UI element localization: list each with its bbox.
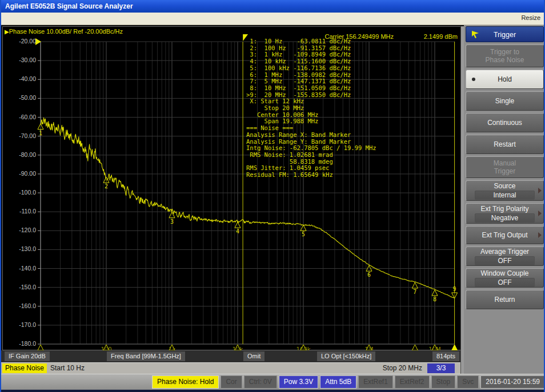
info-line: RMS Noise: 1.02681 mrad	[246, 152, 376, 159]
softkey-hold[interactable]: Hold	[466, 70, 544, 89]
sweep-start-label: Start 10 Hz	[50, 364, 85, 372]
bottom-marker-triangle-icon	[412, 345, 418, 350]
status-seg-extref2: ExtRef2	[395, 375, 430, 389]
status-mode-badge: Phase Noise: Hold	[152, 375, 219, 389]
y-tick-label: -130.0	[4, 245, 36, 252]
status-seg-extref1: ExtRef1	[358, 375, 393, 389]
softkey-label: Source	[494, 182, 515, 190]
y-tick-label: -100.0	[4, 189, 36, 196]
softkey-label: Manual Trigger	[494, 159, 516, 175]
y-tick-label: -30.00	[4, 56, 36, 63]
y-tick-label: -110.0	[4, 208, 36, 215]
mouse-cursor-icon	[471, 30, 480, 39]
y-tick-label: -80.00	[4, 151, 36, 158]
settings-item[interactable]: IF Gain 20dB	[5, 351, 50, 361]
softkey-single[interactable]: Single	[466, 91, 544, 111]
bottom-marker-triangle-icon	[38, 345, 43, 350]
y-tick-label: -90.00	[4, 170, 36, 177]
window-titlebar[interactable]: Agilent E5052B Signal Source Analyzer	[1, 0, 545, 13]
resize-strip: Resize	[1, 13, 545, 25]
softkey-ext-trig-output[interactable]: Ext Trig Output	[466, 226, 544, 244]
y-tick-label: -120.0	[4, 227, 36, 233]
sweep-page-indicator: 3/3	[427, 363, 455, 373]
trace-marker-number: 5	[302, 231, 305, 237]
softkey-continuous[interactable]: Continuous	[466, 113, 544, 132]
softkey-label: Single	[495, 97, 514, 105]
window-bottom-frame	[1, 390, 545, 392]
trace-marker-icon: ▶	[5, 29, 9, 35]
softkey-source[interactable]: SourceInternal	[466, 180, 544, 201]
phase-noise-plot[interactable]: 1001k10k100k1M10M123456789 ▶Phase Noise …	[2, 26, 463, 350]
y-tick-label: -50.00	[4, 94, 36, 101]
settings-item[interactable]: Omit	[243, 351, 265, 361]
plot-scale-header: ▶Phase Noise 10.00dB/ Ref -20.00dBc/Hz	[5, 28, 123, 35]
trace-marker-number: 1	[39, 130, 42, 136]
settings-item[interactable]: 814pts	[432, 351, 459, 361]
instrument-screen: 1001k10k100k1M10M123456789 ▶Phase Noise …	[1, 25, 545, 374]
softkey-label: Restart	[494, 140, 516, 148]
trace-marker-number: 8	[433, 296, 436, 302]
trace-marker-triangle-icon	[412, 282, 418, 288]
trace-marker-triangle-icon	[38, 124, 43, 130]
status-seg-svc: Svc	[457, 375, 479, 389]
softkey-manual-trigger: Manual Trigger	[466, 156, 544, 178]
submenu-arrow-icon	[538, 232, 542, 238]
trace-marker-triangle-icon	[432, 290, 438, 296]
y-tick-label: -180.0	[4, 340, 36, 347]
y-tick-label: -170.0	[4, 321, 36, 328]
softkey-value: Internal	[475, 191, 535, 200]
softkey-menu: Trigger Trigger to Phase NoiseHoldSingle…	[464, 25, 545, 374]
info-line: 8: 10 MHz -151.0509 dBc/Hz	[246, 85, 376, 92]
sweep-range-bar: Phase Noise Start 10 Hz Stop 20 MHz 3/3	[1, 362, 464, 374]
status-seg-stop: Stop	[431, 375, 456, 389]
status-seg-ctrl-0v: Ctrl: 0V	[244, 375, 277, 389]
settings-item[interactable]: LO Opt [<150kHz]	[317, 351, 375, 361]
softkey-label: Ext Trig Polarity	[480, 205, 528, 213]
y-tick-label: -70.00	[4, 132, 36, 139]
info-line: Residual FM: 1.65649 kHz	[246, 172, 376, 179]
radio-dot-icon	[472, 78, 475, 81]
status-bar: Phase Noise: Hold CorCtrl: 0VPow 3.3VAtt…	[1, 374, 545, 390]
softkey-average-trigger[interactable]: Average TriggerOFF	[466, 246, 544, 266]
window-title: Agilent E5052B Signal Source Analyzer	[5, 2, 133, 10]
trace-marker-number: 9	[453, 286, 456, 292]
status-seg-2016-01-20-15-59: 2016-01-20 15:59	[480, 375, 545, 389]
softkey-label: Window Couple	[480, 269, 528, 277]
phase-noise-chart: 1001k10k100k1M10M123456789	[3, 27, 463, 351]
settings-item[interactable]: Freq Band [99M-1.5GHz]	[107, 351, 185, 361]
status-seg-cor: Cor	[221, 375, 242, 389]
info-line: 5: 100 kHz -116.7136 dBc/Hz	[246, 65, 376, 72]
softkey-ext-trig-polarity[interactable]: Ext Trig PolarityNegative	[466, 203, 544, 224]
info-line: Stop 20 MHz	[246, 105, 376, 112]
trace-marker-number: 6	[367, 272, 371, 278]
submenu-arrow-icon	[538, 211, 542, 216]
y-tick-label: -150.0	[4, 284, 36, 290]
y-tick-label: -20.00	[4, 38, 36, 45]
status-seg-attn-5db: Attn 5dB	[320, 375, 356, 389]
y-tick-label: -60.00	[4, 114, 36, 120]
softkey-button-list: Trigger to Phase NoiseHoldSingleContinuo…	[466, 45, 544, 309]
trace-marker-triangle-icon	[235, 222, 241, 228]
softkey-return[interactable]: Return	[466, 290, 544, 309]
status-seg-pow-3-3v: Pow 3.3V	[279, 375, 318, 389]
softkey-label: Return	[494, 296, 515, 304]
status-segment-list: Phase Noise: Hold CorCtrl: 0VPow 3.3VAtt…	[152, 375, 545, 389]
marker-info-block: 1: 10 Hz -63.0811 dBc/Hz 2: 100 Hz -91.3…	[246, 38, 376, 179]
softkey-restart[interactable]: Restart	[466, 135, 544, 154]
softkey-value: OFF	[475, 278, 535, 287]
y-tick-label: -160.0	[4, 302, 36, 309]
trace-marker-number: 4	[236, 228, 239, 235]
softkey-trigger-to-phase-noise: Trigger to Phase Noise	[466, 45, 544, 67]
analyzer-window: Agilent E5052B Signal Source Analyzer Re…	[0, 0, 545, 392]
resize-button[interactable]: Resize	[521, 14, 540, 21]
trace-marker-number: 3	[170, 219, 174, 225]
softkey-label: Average Trigger	[480, 248, 529, 256]
info-line: Analysis Range X: Band Marker	[246, 132, 376, 139]
sweep-stop-label: Stop 20 MHz	[383, 364, 422, 372]
trace-marker-number: 7	[413, 289, 416, 295]
trace-marker-triangle-icon	[300, 225, 306, 231]
softkey-window-couple[interactable]: Window CoupleOFF	[466, 268, 544, 288]
softkey-label: Ext Trig Output	[482, 231, 527, 239]
softkey-label: Continuous	[487, 119, 522, 127]
trace-marker-number: 2	[105, 183, 108, 189]
